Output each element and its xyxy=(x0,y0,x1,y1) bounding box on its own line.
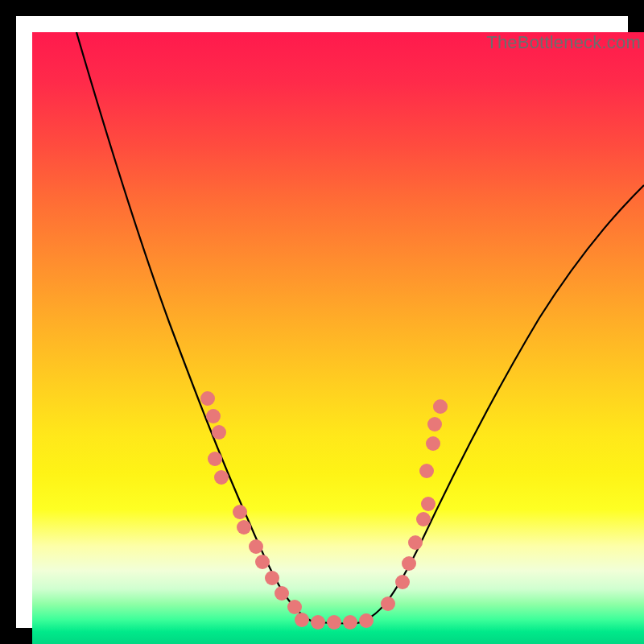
marker-dot xyxy=(206,409,221,423)
marker-dot xyxy=(214,470,229,485)
marker-dot xyxy=(295,613,309,627)
marker-dot xyxy=(421,497,436,511)
bottleneck-curve xyxy=(76,32,644,624)
marker-dot xyxy=(327,615,341,630)
chart-frame: TheBottleneck.com xyxy=(0,0,644,644)
marker-dot xyxy=(343,615,357,630)
marker-dot xyxy=(427,417,442,431)
marker-dot xyxy=(359,613,374,628)
marker-dot xyxy=(408,535,423,550)
marker-dot xyxy=(381,597,395,611)
marker-dot xyxy=(212,425,226,440)
plot-area: TheBottleneck.com xyxy=(32,32,644,644)
marker-dot xyxy=(200,391,215,406)
marker-dot xyxy=(402,556,416,571)
marker-dot xyxy=(416,512,431,526)
marker-dot xyxy=(237,520,251,535)
marker-dot xyxy=(255,555,270,569)
marker-dot xyxy=(208,452,222,466)
marker-dot xyxy=(426,436,440,451)
marker-dot xyxy=(233,505,247,519)
marker-dot xyxy=(249,539,263,554)
marker-dot xyxy=(433,399,448,414)
marker-dot xyxy=(395,575,410,589)
marker-dot xyxy=(419,464,434,478)
marker-dot xyxy=(311,615,325,630)
marker-dot xyxy=(265,571,279,585)
marker-dot xyxy=(287,600,302,614)
curve-layer xyxy=(32,32,644,644)
marker-dot xyxy=(275,586,289,601)
marker-group xyxy=(200,391,448,630)
